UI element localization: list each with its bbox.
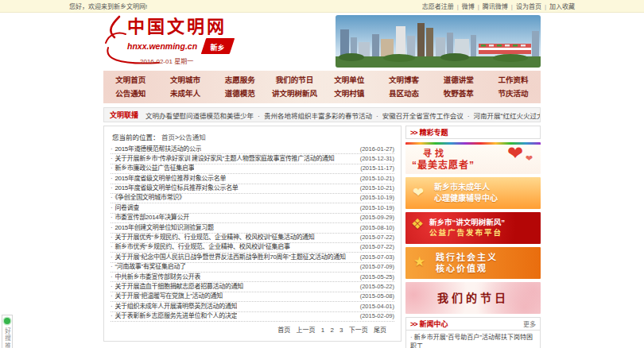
announcement-list-panel: 您当前的位置： 首页>公告通知 2015年道德模范帮扶活动的公示(2016-01… xyxy=(103,126,402,342)
article-date: (2015-07-22) xyxy=(360,233,394,242)
nav-county-news[interactable]: 县区动态 xyxy=(377,87,432,100)
set-homepage-link[interactable]: 设为首页 xyxy=(508,2,541,10)
widget-label: 好搜推荐 xyxy=(3,327,12,348)
page-last[interactable]: 尾页 xyxy=(374,327,386,334)
article-link[interactable]: 问卷调查 xyxy=(111,203,139,213)
banner-psa-platform[interactable]: ❖ 新乡市“讲文明树新风” 公益广告发布平台 xyxy=(405,212,541,244)
nav-minors[interactable]: 未成年人 xyxy=(158,87,213,100)
article-link[interactable]: 关于开展优秀“乡规民约、行业规范、企业精神、校风校训”征集活动的通知 xyxy=(111,233,315,242)
article-date: (2015-10-21) xyxy=(360,174,394,184)
page-prev[interactable]: 上一页 xyxy=(296,327,315,334)
article-row: 新乡市优秀“乡规民约、行业规范、企业精神、校风校训”征集启事(2015-07-2… xyxy=(111,243,394,253)
page-next[interactable]: 下一页 xyxy=(349,327,368,334)
nav-morality-lecture[interactable]: 道德讲堂 xyxy=(432,73,487,87)
banner-best-volunteer[interactable]: 寻找 “最美志愿者” ❤ ❤ xyxy=(405,142,541,174)
article-link[interactable]: 2015年度省级文明单位推荐对象公示名单 xyxy=(111,174,226,184)
site-url: hnxx.wenming.cn xyxy=(127,41,197,51)
sidebar: 精彩专题 寻找 “最美志愿者” ❤ ❤ ❤ 新乡市未成年人 心理健康辅导中心 ❖… xyxy=(405,126,541,348)
page-2[interactable]: 2 xyxy=(330,327,333,334)
article-row: 2015年度省级文明单位标兵推荐对象公示名单(2015-10-21) xyxy=(111,184,394,194)
article-row: 关于开展新乡市“传承好家训 建设好家风”主题人物暨家庭故事宣传推广活动的通知(2… xyxy=(111,154,394,164)
nav-civilized-city[interactable]: 文明城市 xyxy=(158,73,213,87)
ticker-item[interactable]: 安徽召开全省宣传工作会议 xyxy=(372,110,464,120)
page-first[interactable]: 首页 xyxy=(277,327,290,334)
nav-muye-highlights[interactable]: 牧野荟萃 xyxy=(432,87,487,100)
ticker-item[interactable]: 河南开展“红红火火过大年”志 xyxy=(464,110,541,120)
page-3[interactable]: 3 xyxy=(339,327,343,334)
star-icon: ★ xyxy=(413,253,425,270)
top-links: 志愿者注册 微博 腾讯微博 设为首页 加入收藏 xyxy=(422,2,575,10)
article-row: 《争创全国文明城市常识》(2015-10-19) xyxy=(111,194,394,203)
welcome-text: 您好，欢迎来到新乡文明网! xyxy=(69,2,147,10)
double-arrow-icon xyxy=(410,129,417,137)
site-logo[interactable]: 中国文明网 hnxx.wenming.cn 新乡 2016-02-01 星期一 xyxy=(127,17,232,65)
green-dot-icon xyxy=(4,318,10,324)
article-date: (2015-07-22) xyxy=(360,242,394,252)
header-date: 2016-02-01 星期一 xyxy=(140,56,232,65)
article-date: (2015-05-22) xyxy=(360,282,394,292)
tencent-weibo-link[interactable]: 腾讯微博 xyxy=(475,2,508,10)
banner-core-values[interactable]: ★ 践行社会主义 核心价值观 xyxy=(405,247,541,279)
article-link[interactable]: 关于开展新乡市“传承好家训 建设好家风”主题人物暨家庭故事宣传推广活动的通知 xyxy=(111,154,335,164)
nav-work-materials[interactable]: 工作资料 xyxy=(486,73,541,87)
banner-our-festivals[interactable]: 我们的节日 xyxy=(405,282,541,314)
article-date: (2015-05-08) xyxy=(360,292,394,301)
top-bar: 您好，欢迎来到新乡文明网! 志愿者注册 微博 腾讯微博 设为首页 加入收藏 xyxy=(0,0,644,13)
page-1[interactable]: 1 xyxy=(321,327,324,334)
article-link[interactable]: 2015年度省级文明单位标兵推荐对象公示名单 xyxy=(111,184,239,193)
article-link[interactable]: 关于表彰新乡志愿服务先进单位和个人的决定 xyxy=(111,311,237,321)
haosou-recommend-widget[interactable]: 好搜推荐 xyxy=(2,315,13,348)
article-link[interactable]: 关于组织未成年人开展清明祭英烈活动的通知 xyxy=(111,302,237,311)
article-link[interactable]: 《争创全国文明城市常识》 xyxy=(111,193,185,203)
weibo-link[interactable]: 微博 xyxy=(454,2,475,10)
ticker-item[interactable]: 贵州各地将组织丰富多彩的春节活动 xyxy=(254,110,372,120)
heart-icon: ❤ xyxy=(413,184,424,201)
article-date: (2015-08-10) xyxy=(360,223,394,233)
article-row: 关于开展“把温暖写在党旗上”活动的通知(2015-05-08) xyxy=(111,292,394,302)
article-row: 2015年道德模范帮扶活动的公示(2016-01-27) xyxy=(111,145,394,154)
more-link[interactable]: 更多 xyxy=(523,319,536,328)
main-nav: 文明首页 文明城市 志愿服务 我们的节日 文明单位 文明博客 道德讲堂 工作资料… xyxy=(103,71,541,103)
nav-announcements[interactable]: 公告通知 xyxy=(103,87,158,100)
article-row: 关于表彰新乡志愿服务先进单位和个人的决定(2015-02-09) xyxy=(111,312,394,322)
article-row: 2015年度省级文明单位推荐对象公示名单(2015-10-21) xyxy=(111,174,394,184)
article-link[interactable]: 市委宣传部2014年决算公开 xyxy=(111,213,189,222)
nav-new-customs[interactable]: 讲文明树新风 xyxy=(267,87,322,100)
nav-moral-models[interactable]: 道德模范 xyxy=(213,87,268,100)
banner-minors-counseling-center[interactable]: ❤ 新乡市未成年人 心理健康辅导中心 xyxy=(405,177,541,209)
article-date: (2015-10-19) xyxy=(360,203,394,213)
heart-icon: ❤ xyxy=(526,153,533,164)
nav-civilized-villages[interactable]: 文明村镇 xyxy=(322,87,377,100)
article-row: 关于组织未成年人开展清明祭英烈活动的通知(2015-04-01) xyxy=(111,302,394,311)
article-link[interactable]: 2015年道德模范帮扶活动的公示 xyxy=(111,145,201,154)
article-link[interactable]: 关于开展“纪念中国人民抗日战争暨世界反法西斯战争胜利70周年”主题征文活动的通知 xyxy=(111,253,346,262)
pagination: 首页 上一页 1 2 3 下一页 尾页 xyxy=(111,322,394,336)
article-date: (2015-05-25) xyxy=(360,273,394,282)
article-link[interactable]: 2015年创建文明单位知识测验复习题 xyxy=(111,223,214,233)
site-header: 中国文明网 hnxx.wenming.cn 新乡 2016-02-01 星期一 xyxy=(103,13,541,71)
city-badge: 新乡 xyxy=(201,38,235,54)
article-link[interactable]: “河南故事”有奖征集启动了 xyxy=(111,262,186,272)
volunteer-register-link[interactable]: 志愿者注册 xyxy=(422,2,454,10)
nav-civilization-home[interactable]: 文明首页 xyxy=(103,73,158,87)
nav-volunteer-service[interactable]: 志愿服务 xyxy=(213,73,268,87)
article-link[interactable]: 新乡市优秀“乡规民约、行业规范、企业精神、校风校训”征集启事 xyxy=(111,242,290,252)
article-row: 关于开展“纪念中国人民抗日战争暨世界反法西斯战争胜利70周年”主题征文活动的通知… xyxy=(111,253,394,262)
nav-festival-activities[interactable]: 节庆活动 xyxy=(486,87,541,100)
article-row: 关于开展优秀“乡规民约、行业规范、企业精神、校风校训”征集活动的通知(2015-… xyxy=(111,234,394,243)
double-arrow-icon xyxy=(410,320,417,328)
nav-civilization-blog[interactable]: 文明博客 xyxy=(377,73,432,87)
article-link[interactable]: 关于开展“把温暖写在党旗上”活动的通知 xyxy=(111,292,223,301)
ticker-item[interactable]: 文明办看望慰问道德模范和美德少年 xyxy=(145,110,254,120)
breadcrumb-path[interactable]: 首页>公告通知 xyxy=(161,133,206,141)
topics-header: 精彩专题 xyxy=(405,126,541,139)
article-date: (2015-04-01) xyxy=(360,302,394,311)
article-row: 关于开展造血干细胞捐献志愿者招募活动的通知(2015-05-22) xyxy=(111,282,394,292)
add-favorite-link[interactable]: 加入收藏 xyxy=(541,2,575,10)
article-link[interactable]: 中共新乡市委宣传部财务公开表 xyxy=(111,273,200,282)
article-link[interactable]: 关于开展造血干细胞捐献志愿者招募活动的通知 xyxy=(111,282,243,292)
article-link[interactable]: 新乡市廉政公益广告征集启事 xyxy=(111,164,194,173)
nav-civilized-units[interactable]: 文明单位 xyxy=(322,73,377,87)
news-item-link[interactable]: 新乡市开展“百号助百户”活动帮扶下岗特困职工 xyxy=(410,334,536,348)
nav-our-festivals[interactable]: 我们的节日 xyxy=(267,73,322,87)
